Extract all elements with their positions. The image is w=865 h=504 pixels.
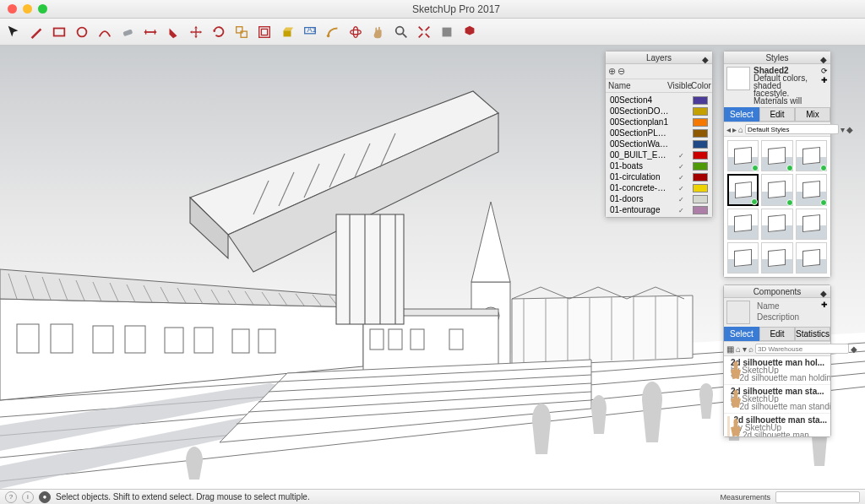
- visible-column[interactable]: Visible: [667, 81, 691, 90]
- zoom-extents-tool[interactable]: [416, 24, 432, 41]
- layer-row[interactable]: 00Sectionplan1: [607, 117, 710, 127]
- remove-layer-icon[interactable]: ⊖: [617, 66, 625, 77]
- component-config-icon[interactable]: ✚: [821, 301, 828, 309]
- style-item[interactable]: [761, 242, 792, 274]
- rotate-tool[interactable]: [210, 24, 227, 41]
- minimize-icon[interactable]: [23, 4, 32, 14]
- info-icon[interactable]: i: [22, 491, 34, 503]
- layer-row[interactable]: 01-entourage: [607, 204, 710, 215]
- orbit-tool[interactable]: [347, 24, 364, 41]
- styles-grid[interactable]: [724, 137, 830, 277]
- section-tool[interactable]: [438, 24, 455, 41]
- layer-visible-checkbox[interactable]: [669, 205, 693, 214]
- follow-tool[interactable]: [324, 24, 341, 41]
- style-new-icon[interactable]: ✚: [821, 76, 828, 84]
- layer-visible-checkbox[interactable]: [669, 194, 693, 203]
- layer-row[interactable]: 01-boats: [607, 160, 710, 171]
- layer-color-swatch[interactable]: [693, 140, 708, 149]
- layer-color-swatch[interactable]: [693, 151, 708, 160]
- color-column[interactable]: Color: [691, 81, 710, 90]
- pushpull-tool[interactable]: [279, 24, 296, 41]
- forward-icon[interactable]: ▸: [732, 125, 737, 134]
- tab-select[interactable]: Select: [724, 327, 759, 341]
- home-icon[interactable]: ⌂: [736, 344, 741, 354]
- style-item[interactable]: [727, 209, 759, 240]
- layer-color-swatch[interactable]: [693, 206, 708, 214]
- layer-row[interactable]: 00SectionWalkwa: [607, 138, 710, 149]
- style-item[interactable]: [761, 140, 792, 171]
- components-search-input[interactable]: [755, 344, 849, 354]
- panel-menu-icon[interactable]: ◆: [820, 287, 827, 300]
- panel-menu-icon[interactable]: ◆: [820, 53, 827, 66]
- zoom-icon[interactable]: [38, 4, 47, 14]
- components-list[interactable]: 2d silhouette man hol...by SketchUp ** 2…: [724, 356, 830, 436]
- add-layer-icon[interactable]: ⊕: [608, 66, 616, 77]
- layer-color-swatch[interactable]: [693, 118, 708, 127]
- tab-mix[interactable]: Mix: [795, 107, 830, 122]
- dropdown-icon[interactable]: ▾: [841, 125, 845, 134]
- style-update-icon[interactable]: ⟳: [821, 67, 828, 75]
- panel-menu-icon[interactable]: ◆: [702, 53, 709, 66]
- component-item[interactable]: 2d silhouette man hol...by SketchUp ** 2…: [724, 356, 830, 385]
- component-item[interactable]: 2d silhouette man sta...by SketchUp ** 2…: [724, 385, 830, 414]
- layer-color-swatch[interactable]: [693, 162, 708, 171]
- help-icon[interactable]: ?: [5, 491, 17, 503]
- style-item[interactable]: [727, 140, 759, 171]
- arc-tool[interactable]: [96, 24, 113, 41]
- line-tool[interactable]: [28, 24, 45, 41]
- zoom-tool[interactable]: [393, 24, 410, 41]
- tab-statistics[interactable]: Statistics: [795, 327, 830, 341]
- tab-edit[interactable]: Edit: [759, 107, 795, 122]
- extension-tool[interactable]: [461, 24, 478, 41]
- eraser-tool[interactable]: [119, 24, 136, 41]
- home-icon[interactable]: ⌂: [738, 125, 743, 134]
- style-item[interactable]: [761, 209, 792, 240]
- style-item[interactable]: [761, 174, 792, 205]
- style-item[interactable]: [796, 140, 827, 171]
- back-icon[interactable]: ◂: [726, 125, 731, 134]
- search-icon[interactable]: ⌕: [748, 344, 753, 354]
- components-panel-title[interactable]: Components ◆: [724, 285, 830, 298]
- layer-visible-checkbox[interactable]: [669, 150, 693, 160]
- paint-tool[interactable]: [165, 24, 182, 41]
- styles-panel-title[interactable]: Styles ◆: [724, 51, 830, 64]
- pan-tool[interactable]: [370, 24, 387, 41]
- component-thumbnail[interactable]: [726, 301, 750, 324]
- layers-list[interactable]: 00Section4 00SectionDORM 00Sectionplan1 …: [606, 93, 712, 217]
- details-icon[interactable]: ◆: [846, 125, 853, 134]
- layer-color-swatch[interactable]: [693, 96, 708, 105]
- style-item[interactable]: [727, 242, 759, 274]
- layer-visible-checkbox[interactable]: [669, 183, 693, 192]
- layers-panel-title[interactable]: Layers ◆: [606, 51, 712, 64]
- component-item[interactable]: 2d silhouette man sta...by SketchUp ** 2…: [724, 414, 830, 436]
- layer-visible-checkbox[interactable]: [669, 172, 693, 182]
- tab-select[interactable]: Select: [724, 107, 759, 122]
- layer-row[interactable]: 00SectionDORM: [607, 106, 710, 117]
- layer-color-swatch[interactable]: [693, 173, 708, 182]
- style-thumbnail[interactable]: [726, 67, 750, 90]
- layer-color-swatch[interactable]: [693, 107, 708, 116]
- tab-edit[interactable]: Edit: [759, 327, 795, 341]
- dropdown-icon[interactable]: ▾: [743, 344, 747, 354]
- style-item[interactable]: [796, 209, 827, 240]
- user-icon[interactable]: ●: [39, 491, 51, 503]
- style-item[interactable]: [796, 242, 827, 274]
- rectangle-tool[interactable]: [51, 24, 68, 41]
- measurements-input[interactable]: [775, 491, 860, 503]
- layer-row[interactable]: 00Section4: [607, 95, 710, 106]
- scale-tool[interactable]: [233, 24, 250, 41]
- circle-tool[interactable]: [73, 24, 90, 41]
- layer-row[interactable]: 00_BUILT_Enviro: [607, 149, 710, 160]
- layer-color-swatch[interactable]: [693, 129, 708, 138]
- styles-collection-select[interactable]: [745, 124, 839, 134]
- close-icon[interactable]: [8, 4, 17, 14]
- layer-visible-checkbox[interactable]: [669, 161, 693, 171]
- offset-tool[interactable]: [256, 24, 273, 41]
- layer-color-swatch[interactable]: [693, 184, 708, 192]
- layer-row[interactable]: 00SectionPLAND: [607, 127, 710, 138]
- view-icon[interactable]: ▦: [726, 344, 734, 354]
- text-tool[interactable]: A1: [302, 24, 318, 41]
- select-tool[interactable]: [5, 24, 22, 41]
- name-column[interactable]: Name: [608, 81, 667, 90]
- layer-row[interactable]: 01-circulation: [607, 171, 710, 182]
